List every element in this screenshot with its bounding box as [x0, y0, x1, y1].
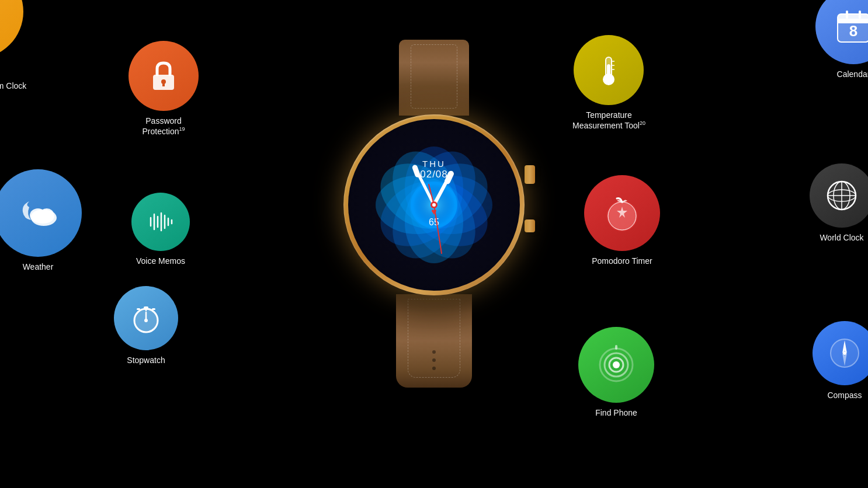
watch-hands-svg: [348, 119, 520, 291]
find-phone-label: Find Phone: [595, 407, 637, 418]
calendar-svg: 8: [833, 6, 868, 47]
watch-crown-top[interactable]: [525, 165, 535, 184]
pomodoro-app[interactable]: Pomodoro Timer: [584, 175, 660, 266]
temperature-label: TemperatureMeasurement Tool20: [572, 110, 645, 131]
pomodoro-svg: [602, 193, 643, 233]
voice-memos-icon: [131, 193, 190, 251]
password-protection-icon: [129, 41, 199, 111]
calendar-icon: 8: [815, 0, 868, 64]
compass-label: Compass: [827, 390, 862, 400]
stopwatch-app[interactable]: Stopwatch: [114, 286, 178, 365]
svg-text:8: 8: [849, 22, 857, 40]
watch-strap-top: [399, 40, 469, 116]
weather-label: Weather: [23, 262, 54, 272]
password-protection-app[interactable]: PasswordProtection19: [129, 41, 199, 137]
temperature-icon: [574, 35, 644, 105]
watch-strap-bottom: [396, 294, 472, 388]
voice-memos-label: Voice Memos: [136, 256, 185, 266]
world-clock-icon: [810, 163, 868, 228]
svg-point-24: [144, 319, 148, 322]
compass-app[interactable]: Compass: [813, 321, 868, 400]
password-protection-label: PasswordProtection19: [142, 116, 185, 137]
svg-point-65: [608, 202, 636, 230]
calendar-label: Calendar: [837, 69, 868, 79]
watch-body: THU 02/08 ♥ 65: [343, 114, 525, 295]
lock-svg: [146, 58, 181, 93]
watch-face: THU 02/08 ♥ 65: [348, 119, 520, 291]
stopwatch-label: Stopwatch: [127, 355, 165, 365]
voice-memos-app[interactable]: Voice Memos: [131, 193, 190, 266]
watch: THU 02/08 ♥ 65: [323, 40, 545, 448]
compass-svg: [827, 336, 862, 371]
alarm-clock-icon: [0, 0, 23, 58]
calendar-app[interactable]: 8 Calendar: [815, 0, 868, 79]
svg-point-11: [31, 210, 54, 224]
svg-point-73: [843, 351, 846, 355]
find-phone-svg: [596, 344, 637, 385]
weather-icon: [0, 169, 82, 257]
svg-rect-42: [412, 164, 421, 178]
find-phone-app[interactable]: Find Phone: [578, 327, 654, 418]
svg-rect-49: [607, 64, 610, 79]
stopwatch-svg: [129, 301, 164, 336]
svg-rect-56: [846, 11, 848, 19]
find-phone-icon: [578, 327, 654, 403]
svg-rect-7: [162, 82, 165, 86]
svg-line-43: [434, 205, 442, 253]
svg-rect-57: [859, 11, 861, 19]
compass-icon: [813, 321, 868, 385]
svg-rect-22: [152, 308, 155, 310]
weather-svg: [15, 190, 61, 236]
temperature-app[interactable]: TemperatureMeasurement Tool20: [572, 35, 645, 131]
weather-app[interactable]: Weather: [0, 169, 82, 272]
temperature-svg: [591, 53, 626, 88]
voice-memos-svg: [146, 207, 175, 236]
pomodoro-label: Pomodoro Timer: [592, 256, 652, 266]
world-clock-app[interactable]: World Clock: [810, 163, 868, 243]
world-clock-label: World Clock: [820, 232, 863, 243]
world-clock-svg: [824, 178, 859, 213]
svg-rect-21: [137, 308, 140, 310]
stopwatch-icon: [114, 286, 178, 350]
pomodoro-icon: [584, 175, 660, 251]
alarm-clock-app[interactable]: m Clock: [0, 0, 58, 91]
watch-crown-bottom[interactable]: [525, 219, 535, 232]
alarm-clock-label: m Clock: [0, 81, 26, 91]
svg-point-69: [613, 361, 620, 368]
svg-line-41: [417, 172, 434, 205]
svg-rect-40: [443, 170, 454, 185]
svg-point-46: [432, 203, 436, 207]
